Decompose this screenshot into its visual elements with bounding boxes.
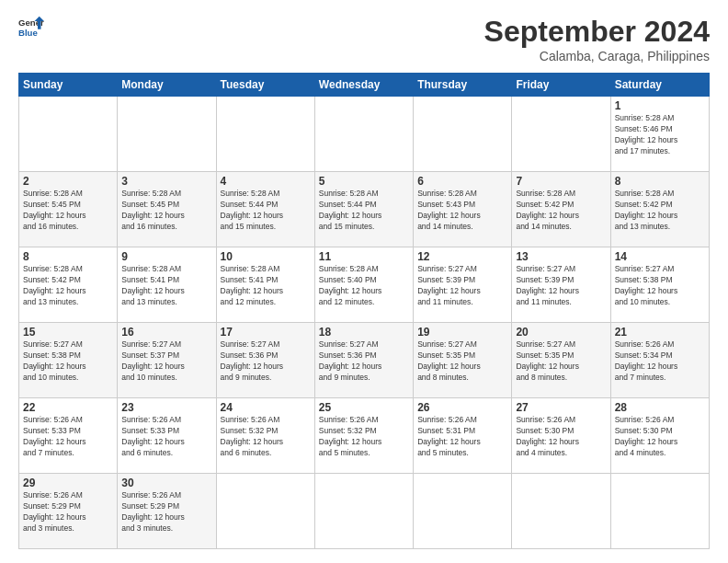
calendar-cell: 26Sunrise: 5:26 AM Sunset: 5:31 PM Dayli…: [414, 398, 512, 474]
calendar-cell: [216, 474, 314, 549]
logo-icon: General Blue: [18, 15, 44, 40]
title-block: September 2024 Calamba, Caraga, Philippi…: [484, 15, 710, 63]
day-number: 2: [23, 175, 113, 188]
cell-info: Sunrise: 5:27 AM Sunset: 5:38 PM Dayligh…: [615, 264, 705, 308]
day-number: 8: [23, 250, 113, 263]
th-sunday: Sunday: [19, 74, 118, 97]
calendar-cell: [314, 97, 413, 172]
calendar-cell: 8Sunrise: 5:28 AM Sunset: 5:42 PM Daylig…: [19, 247, 118, 323]
calendar-cell: 6Sunrise: 5:28 AM Sunset: 5:43 PM Daylig…: [414, 172, 512, 247]
calendar-cell: 20Sunrise: 5:27 AM Sunset: 5:35 PM Dayli…: [512, 323, 610, 398]
cell-info: Sunrise: 5:27 AM Sunset: 5:37 PM Dayligh…: [121, 339, 211, 384]
th-wednesday: Wednesday: [314, 74, 413, 97]
day-number: 20: [516, 326, 606, 339]
calendar-cell: 30Sunrise: 5:26 AM Sunset: 5:29 PM Dayli…: [118, 474, 216, 549]
day-number: 28: [615, 401, 705, 414]
cell-info: Sunrise: 5:26 AM Sunset: 5:30 PM Dayligh…: [615, 415, 705, 459]
day-number: 23: [121, 401, 211, 414]
calendar-cell: 4Sunrise: 5:28 AM Sunset: 5:44 PM Daylig…: [216, 172, 314, 247]
calendar-cell: 15Sunrise: 5:27 AM Sunset: 5:38 PM Dayli…: [19, 323, 118, 398]
header-row: General Blue September 2024 Calamba, Car…: [18, 15, 710, 63]
calendar-cell: 5Sunrise: 5:28 AM Sunset: 5:44 PM Daylig…: [314, 172, 413, 247]
day-number: 1: [615, 99, 705, 112]
calendar-cell: 29Sunrise: 5:26 AM Sunset: 5:29 PM Dayli…: [19, 474, 118, 549]
calendar-cell: 11Sunrise: 5:28 AM Sunset: 5:40 PM Dayli…: [314, 247, 413, 323]
calendar-table: Sunday Monday Tuesday Wednesday Thursday…: [18, 73, 710, 549]
cell-info: Sunrise: 5:27 AM Sunset: 5:36 PM Dayligh…: [221, 339, 311, 384]
calendar-cell: 12Sunrise: 5:27 AM Sunset: 5:39 PM Dayli…: [414, 247, 512, 323]
calendar-cell: 16Sunrise: 5:27 AM Sunset: 5:37 PM Dayli…: [118, 323, 216, 398]
calendar-week-1: 1Sunrise: 5:28 AM Sunset: 5:46 PM Daylig…: [19, 97, 710, 172]
calendar-cell: 19Sunrise: 5:27 AM Sunset: 5:35 PM Dayli…: [414, 323, 512, 398]
calendar-cell: 10Sunrise: 5:28 AM Sunset: 5:41 PM Dayli…: [216, 247, 314, 323]
cell-info: Sunrise: 5:26 AM Sunset: 5:29 PM Dayligh…: [121, 490, 211, 534]
calendar-week-5: 22Sunrise: 5:26 AM Sunset: 5:33 PM Dayli…: [19, 398, 710, 474]
cell-info: Sunrise: 5:28 AM Sunset: 5:44 PM Dayligh…: [221, 189, 311, 233]
calendar-cell: [118, 97, 216, 172]
th-monday: Monday: [118, 74, 216, 97]
calendar-cell: 25Sunrise: 5:26 AM Sunset: 5:32 PM Dayli…: [314, 398, 413, 474]
day-number: 8: [615, 175, 705, 188]
cell-info: Sunrise: 5:27 AM Sunset: 5:39 PM Dayligh…: [417, 264, 507, 308]
day-number: 24: [221, 401, 311, 414]
cell-info: Sunrise: 5:27 AM Sunset: 5:38 PM Dayligh…: [23, 339, 113, 384]
calendar-cell: 9Sunrise: 5:28 AM Sunset: 5:41 PM Daylig…: [118, 247, 216, 323]
cell-info: Sunrise: 5:27 AM Sunset: 5:36 PM Dayligh…: [319, 339, 409, 384]
th-tuesday: Tuesday: [216, 74, 314, 97]
cell-info: Sunrise: 5:26 AM Sunset: 5:33 PM Dayligh…: [23, 415, 113, 459]
day-number: 3: [121, 175, 211, 188]
cell-info: Sunrise: 5:28 AM Sunset: 5:40 PM Dayligh…: [319, 264, 409, 308]
cell-info: Sunrise: 5:26 AM Sunset: 5:31 PM Dayligh…: [417, 415, 507, 459]
day-number: 17: [221, 326, 311, 339]
day-number: 13: [516, 250, 606, 263]
cell-info: Sunrise: 5:27 AM Sunset: 5:35 PM Dayligh…: [417, 339, 507, 384]
cell-info: Sunrise: 5:28 AM Sunset: 5:43 PM Dayligh…: [417, 189, 507, 233]
logo: General Blue: [18, 15, 44, 40]
day-number: 12: [417, 250, 507, 263]
cell-info: Sunrise: 5:28 AM Sunset: 5:42 PM Dayligh…: [516, 189, 606, 233]
cell-info: Sunrise: 5:26 AM Sunset: 5:32 PM Dayligh…: [319, 415, 409, 459]
th-friday: Friday: [512, 74, 610, 97]
day-number: 9: [121, 250, 211, 263]
calendar-cell: [512, 474, 610, 549]
day-number: 30: [121, 477, 211, 489]
day-number: 19: [417, 326, 507, 339]
calendar-cell: 21Sunrise: 5:26 AM Sunset: 5:34 PM Dayli…: [610, 323, 709, 398]
calendar-week-3: 8Sunrise: 5:28 AM Sunset: 5:42 PM Daylig…: [19, 247, 710, 323]
day-number: 26: [417, 401, 507, 414]
calendar-cell: 27Sunrise: 5:26 AM Sunset: 5:30 PM Dayli…: [512, 398, 610, 474]
day-number: 14: [615, 250, 705, 263]
cell-info: Sunrise: 5:28 AM Sunset: 5:42 PM Dayligh…: [23, 264, 113, 308]
cell-info: Sunrise: 5:28 AM Sunset: 5:46 PM Dayligh…: [615, 113, 705, 157]
calendar-body: 1Sunrise: 5:28 AM Sunset: 5:46 PM Daylig…: [19, 97, 710, 549]
cell-info: Sunrise: 5:26 AM Sunset: 5:32 PM Dayligh…: [221, 415, 311, 459]
calendar-cell: [414, 474, 512, 549]
calendar-cell: 13Sunrise: 5:27 AM Sunset: 5:39 PM Dayli…: [512, 247, 610, 323]
calendar-cell: 8Sunrise: 5:28 AM Sunset: 5:42 PM Daylig…: [610, 172, 709, 247]
page: General Blue September 2024 Calamba, Car…: [0, 0, 728, 563]
cell-info: Sunrise: 5:26 AM Sunset: 5:29 PM Dayligh…: [23, 490, 113, 534]
calendar-cell: [610, 474, 709, 549]
day-number: 11: [319, 250, 409, 263]
calendar-cell: 7Sunrise: 5:28 AM Sunset: 5:42 PM Daylig…: [512, 172, 610, 247]
day-number: 25: [319, 401, 409, 414]
calendar-cell: 3Sunrise: 5:28 AM Sunset: 5:45 PM Daylig…: [118, 172, 216, 247]
calendar-cell: 28Sunrise: 5:26 AM Sunset: 5:30 PM Dayli…: [610, 398, 709, 474]
calendar-cell: 24Sunrise: 5:26 AM Sunset: 5:32 PM Dayli…: [216, 398, 314, 474]
day-number: 7: [516, 175, 606, 188]
cell-info: Sunrise: 5:28 AM Sunset: 5:44 PM Dayligh…: [319, 189, 409, 233]
calendar-cell: 17Sunrise: 5:27 AM Sunset: 5:36 PM Dayli…: [216, 323, 314, 398]
cell-info: Sunrise: 5:26 AM Sunset: 5:33 PM Dayligh…: [121, 415, 211, 459]
cell-info: Sunrise: 5:28 AM Sunset: 5:45 PM Dayligh…: [121, 189, 211, 233]
cell-info: Sunrise: 5:28 AM Sunset: 5:41 PM Dayligh…: [221, 264, 311, 308]
calendar-cell: [216, 97, 314, 172]
th-thursday: Thursday: [414, 74, 512, 97]
day-number: 6: [417, 175, 507, 188]
day-number: 10: [221, 250, 311, 263]
calendar-cell: [512, 97, 610, 172]
calendar-cell: [414, 97, 512, 172]
day-number: 27: [516, 401, 606, 414]
calendar-cell: 23Sunrise: 5:26 AM Sunset: 5:33 PM Dayli…: [118, 398, 216, 474]
day-number: 29: [23, 477, 113, 489]
calendar-cell: 18Sunrise: 5:27 AM Sunset: 5:36 PM Dayli…: [314, 323, 413, 398]
